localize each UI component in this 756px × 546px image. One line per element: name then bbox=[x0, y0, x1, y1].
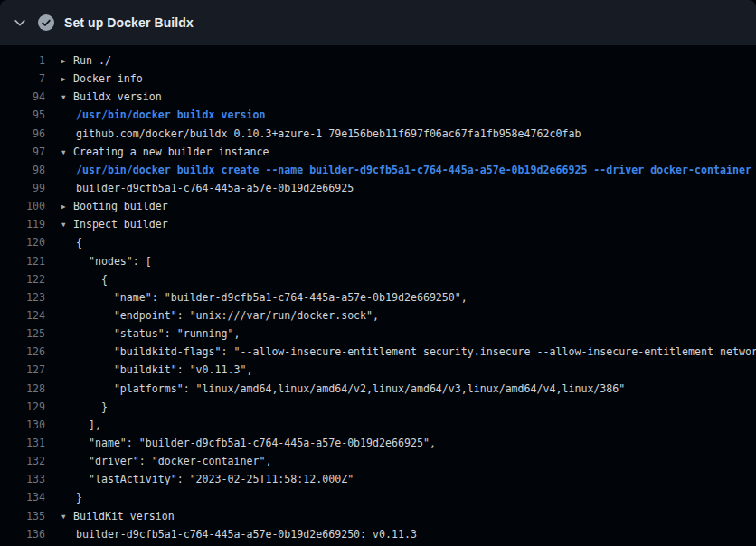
log-line[interactable]: 1 ▶Run ./ bbox=[0, 52, 756, 70]
line-number-link[interactable]: 128 bbox=[0, 380, 45, 398]
log-line-content: ], bbox=[61, 416, 756, 434]
log-line[interactable]: 7 ▶Docker info bbox=[0, 70, 756, 88]
log-line[interactable]: 97 ▼Creating a new builder instance bbox=[0, 143, 756, 161]
log-line: 133 "lastActivity": "2023-02-25T11:58:12… bbox=[0, 470, 756, 488]
line-number-link[interactable]: 134 bbox=[0, 488, 45, 506]
line-number-link[interactable]: 119 bbox=[0, 215, 45, 233]
log-line-text: } bbox=[76, 491, 82, 504]
log-line: 131 "name": "builder-d9cfb5a1-c764-445a-… bbox=[0, 434, 756, 452]
log-line: 98 /usr/bin/docker buildx create --name … bbox=[0, 161, 756, 179]
log-line-text: "name": "builder-d9cfb5a1-c764-445a-a57e… bbox=[76, 291, 468, 304]
line-number-link[interactable]: 122 bbox=[0, 270, 45, 288]
log-line-content: { bbox=[61, 233, 756, 251]
log-line[interactable]: 135 ▼BuildKit version bbox=[0, 507, 756, 525]
log-line-content: "name": "builder-d9cfb5a1-c764-445a-a57e… bbox=[61, 434, 756, 452]
line-number-link[interactable]: 97 bbox=[0, 143, 45, 161]
log-line-content: } bbox=[61, 398, 756, 416]
group-toggle-icon[interactable]: ▼ bbox=[61, 144, 73, 161]
log-line-content: "status": "running", bbox=[61, 325, 756, 343]
log-line-text: Run ./ bbox=[73, 54, 111, 67]
log-line-text: /usr/bin/docker buildx create --name bui… bbox=[76, 164, 751, 176]
log-line-text: Creating a new builder instance bbox=[73, 146, 269, 158]
step-log-panel: Set up Docker Buildx 1 ▶Run ./ 7 ▶Docker… bbox=[0, 0, 756, 543]
log-line-content: "endpoint": "unix:///var/run/docker.sock… bbox=[61, 306, 756, 325]
log-line: 129 } bbox=[0, 398, 756, 416]
group-toggle-icon[interactable]: ▶ bbox=[61, 71, 73, 88]
line-number-link[interactable]: 121 bbox=[0, 252, 45, 270]
line-number-link[interactable]: 98 bbox=[0, 161, 45, 179]
line-number-link[interactable]: 131 bbox=[0, 434, 45, 452]
log-line[interactable]: 100 ▶Booting builder bbox=[0, 197, 756, 215]
log-line-text: "buildkit": "v0.11.3", bbox=[76, 363, 252, 376]
line-number-link[interactable]: 99 bbox=[0, 179, 45, 197]
line-number-link[interactable]: 125 bbox=[0, 325, 45, 343]
log-line-text: "lastActivity": "2023-02-25T11:58:12.000… bbox=[76, 473, 354, 485]
log-line-text: "nodes": [ bbox=[76, 255, 152, 268]
log-line-text: Buildx version bbox=[73, 90, 162, 103]
log-line-content: github.com/docker/buildx 0.10.3+azure-1 … bbox=[61, 125, 756, 143]
line-number-link[interactable]: 124 bbox=[0, 306, 45, 325]
log-line-text: builder-d9cfb5a1-c764-445a-a57e-0b19d2e6… bbox=[76, 182, 354, 194]
log-line-content: ▼Creating a new builder instance bbox=[61, 143, 756, 161]
log-line-text: Inspect builder bbox=[73, 218, 168, 231]
log-line-content: ▼Inspect builder bbox=[61, 215, 756, 233]
group-toggle-icon[interactable]: ▼ bbox=[61, 508, 73, 525]
line-number-link[interactable]: 100 bbox=[0, 197, 45, 215]
line-number-link[interactable]: 130 bbox=[0, 416, 45, 434]
group-toggle-icon[interactable]: ▶ bbox=[61, 198, 73, 215]
log-line-text: BuildKit version bbox=[73, 510, 175, 522]
log-line-content: builder-d9cfb5a1-c764-445a-a57e-0b19d2e6… bbox=[61, 525, 756, 543]
log-line-text: Booting builder bbox=[73, 200, 168, 212]
group-toggle-icon[interactable]: ▶ bbox=[61, 52, 73, 70]
log-line: 120 { bbox=[0, 233, 756, 251]
log-line: 99 builder-d9cfb5a1-c764-445a-a57e-0b19d… bbox=[0, 179, 756, 197]
log-body: 1 ▶Run ./ 7 ▶Docker info 94 ▼Buildx vers… bbox=[0, 45, 756, 543]
line-number-link[interactable]: 96 bbox=[0, 125, 45, 143]
log-line-content: } bbox=[61, 488, 756, 506]
line-number-link[interactable]: 120 bbox=[0, 233, 45, 251]
group-toggle-icon[interactable]: ▼ bbox=[61, 216, 73, 233]
log-line-text: Docker info bbox=[73, 72, 143, 85]
log-line-text: /usr/bin/docker buildx version bbox=[76, 108, 265, 121]
log-line-content: /usr/bin/docker buildx version bbox=[61, 106, 756, 124]
line-number-link[interactable]: 133 bbox=[0, 470, 45, 488]
log-line: 127 "buildkit": "v0.11.3", bbox=[0, 361, 756, 379]
line-number-link[interactable]: 7 bbox=[0, 70, 45, 88]
log-line-text: github.com/docker/buildx 0.10.3+azure-1 … bbox=[76, 127, 581, 140]
log-line: 134 } bbox=[0, 488, 756, 506]
line-number-link[interactable]: 1 bbox=[0, 52, 45, 70]
log-line: 96 github.com/docker/buildx 0.10.3+azure… bbox=[0, 125, 756, 143]
log-line-content: builder-d9cfb5a1-c764-445a-a57e-0b19d2e6… bbox=[61, 179, 756, 197]
line-number-link[interactable]: 126 bbox=[0, 343, 45, 361]
log-line: 122 { bbox=[0, 270, 756, 288]
log-line-content: ▶Docker info bbox=[61, 70, 756, 88]
step-header[interactable]: Set up Docker Buildx bbox=[0, 0, 756, 45]
line-number-link[interactable]: 127 bbox=[0, 361, 45, 379]
line-number-link[interactable]: 129 bbox=[0, 398, 45, 416]
log-line-text: "status": "running", bbox=[76, 327, 240, 340]
log-line[interactable]: 119 ▼Inspect builder bbox=[0, 215, 756, 233]
group-toggle-icon[interactable]: ▼ bbox=[61, 89, 73, 106]
log-line: 136 builder-d9cfb5a1-c764-445a-a57e-0b19… bbox=[0, 525, 756, 543]
log-line: 128 "platforms": "linux/amd64,linux/amd6… bbox=[0, 380, 756, 398]
log-line-content: { bbox=[61, 270, 756, 288]
line-number-link[interactable]: 94 bbox=[0, 88, 45, 106]
line-number-link[interactable]: 123 bbox=[0, 288, 45, 306]
log-line: 121 "nodes": [ bbox=[0, 252, 756, 270]
log-line-content: "nodes": [ bbox=[61, 252, 756, 270]
log-line[interactable]: 94 ▼Buildx version bbox=[0, 88, 756, 106]
log-line-content: ▶Booting builder bbox=[61, 197, 756, 215]
log-line-text: "driver": "docker-container", bbox=[76, 455, 271, 467]
line-number-link[interactable]: 95 bbox=[0, 106, 45, 124]
log-line-content: "driver": "docker-container", bbox=[61, 452, 756, 470]
log-line-text: ], bbox=[76, 419, 101, 431]
log-line: 95 /usr/bin/docker buildx version bbox=[0, 106, 756, 124]
line-number-link[interactable]: 132 bbox=[0, 452, 45, 470]
log-line: 130 ], bbox=[0, 416, 756, 434]
line-number-link[interactable]: 136 bbox=[0, 525, 45, 543]
chevron-down-icon[interactable] bbox=[13, 15, 27, 30]
log-line-text: "endpoint": "unix:///var/run/docker.sock… bbox=[76, 309, 379, 322]
log-line-text: "platforms": "linux/amd64,linux/amd64/v2… bbox=[76, 382, 625, 395]
log-line-content: ▼BuildKit version bbox=[61, 507, 756, 525]
line-number-link[interactable]: 135 bbox=[0, 507, 45, 525]
